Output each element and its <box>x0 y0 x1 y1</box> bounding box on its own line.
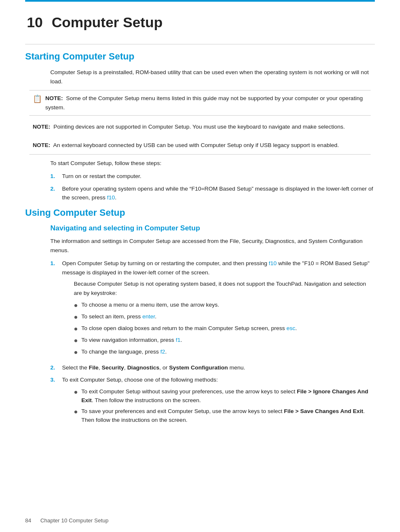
s2-step1-content: Open Computer Setup by turning on or res… <box>62 259 375 359</box>
esc-link[interactable]: esc <box>286 325 295 331</box>
exit-bullets: ● To exit Computer Setup without saving … <box>74 387 375 425</box>
step2-content: Before your operating system opens and w… <box>62 184 375 202</box>
note1-inner: NOTE: Some of the Computer Setup menu it… <box>45 94 367 112</box>
s2-step3-num: 3. <box>50 375 62 385</box>
exit-bullet-dot-2: ● <box>74 407 81 417</box>
note2-inner: NOTE: Pointing devices are not supported… <box>33 122 345 132</box>
bullet-dot-5: ● <box>74 347 81 357</box>
section1-steps-list: 1. Turn on or restart the computer. 2. B… <box>50 172 375 202</box>
chapter-title-text: Computer Setup <box>52 14 162 30</box>
s2-step3: 3. To exit Computer Setup, choose one of… <box>50 375 375 427</box>
page-footer: 84 Chapter 10 Computer Setup <box>25 517 109 524</box>
bullet-enter: ● To select an item, press enter. <box>74 312 375 322</box>
note3-label: NOTE: <box>33 142 50 148</box>
note1-text: NOTE: Some of the Computer Setup menu it… <box>45 94 367 112</box>
s2-step2-content: Select the File, Security, Diagnostics, … <box>62 363 375 372</box>
chapter-title: 10 Computer Setup <box>25 14 375 31</box>
nested-bullets: ● To choose a menu or a menu item, use t… <box>74 300 375 357</box>
step2-num: 2. <box>50 184 62 194</box>
bullet-2-text: To select an item, press enter. <box>81 312 375 321</box>
ignore-changes-bold: File > Ignore Changes And Exit <box>81 388 368 404</box>
top-border <box>25 0 375 2</box>
step1: 1. Turn on or restart the computer. <box>50 172 375 181</box>
note1-icon: 📋 <box>33 94 42 103</box>
s2-step1: 1. Open Computer Setup by turning on or … <box>50 259 375 359</box>
system-config-bold: System Configuration <box>169 364 228 371</box>
bullet-5-text: To change the language, press f2. <box>81 347 375 356</box>
section1-divider <box>25 44 375 44</box>
bullet-3-text: To close open dialog boxes and return to… <box>81 324 375 333</box>
subsection-body1: The information and settings in Computer… <box>50 237 371 255</box>
s2-step3-content: To exit Computer Setup, choose one of th… <box>62 375 375 427</box>
footer-page-number: 84 <box>25 517 31 524</box>
enter-link[interactable]: enter <box>143 313 155 320</box>
bullet-4-text: To view navigation information, press f1… <box>81 336 375 345</box>
bullet-dot-4: ● <box>74 336 81 346</box>
page-container: 10 Computer Setup Starting Computer Setu… <box>0 0 400 532</box>
exit-bullet-2: ● To save your preferences and exit Comp… <box>74 407 375 425</box>
bullet-esc: ● To close open dialog boxes and return … <box>74 324 375 334</box>
save-changes-bold: File > Save Changes And Exit <box>284 408 363 414</box>
f1-link[interactable]: f1 <box>176 337 180 343</box>
file-bold: File <box>89 364 99 371</box>
note3-text: NOTE: An external keyboard connected by … <box>33 142 339 148</box>
exit-bullet-dot-1: ● <box>74 387 81 397</box>
nested-text: Because Computer Setup is not operating … <box>74 279 375 297</box>
s2-step2-num: 2. <box>50 363 62 372</box>
diagnostics-bold: Diagnostics <box>127 364 159 371</box>
step1-num: 1. <box>50 172 62 181</box>
bullet-f2: ● To change the language, press f2. <box>74 347 375 357</box>
footer-text: Chapter 10 Computer Setup <box>40 517 109 524</box>
note2-block: NOTE: Pointing devices are not supported… <box>29 120 371 134</box>
s2-step1-nested: Because Computer Setup is not operating … <box>74 279 375 357</box>
bullet-f1: ● To view navigation information, press … <box>74 336 375 346</box>
steps-intro: To start Computer Setup, follow these st… <box>50 159 375 168</box>
note2-text: NOTE: Pointing devices are not supported… <box>33 124 345 130</box>
chapter-number: 10 <box>27 14 43 30</box>
f10-link-1[interactable]: f10 <box>107 194 115 201</box>
exit-bullet-1: ● To exit Computer Setup without saving … <box>74 387 375 405</box>
s2-step3-nested: ● To exit Computer Setup without saving … <box>74 387 375 425</box>
bullet-dot-3: ● <box>74 324 81 334</box>
bullet-dot-1: ● <box>74 300 81 310</box>
bullet-dot-2: ● <box>74 312 81 322</box>
bullet-1-text: To choose a menu or a menu item, use the… <box>81 300 375 310</box>
f10-link-2[interactable]: f10 <box>269 260 277 266</box>
s2-step1-num: 1. <box>50 259 62 268</box>
subsection-title: Navigating and selecting in Computer Set… <box>50 224 375 232</box>
section2-title: Using Computer Setup <box>25 207 375 218</box>
step2: 2. Before your operating system opens an… <box>50 184 375 202</box>
s2-step2: 2. Select the File, Security, Diagnostic… <box>50 363 375 372</box>
note1-block: 📋 NOTE: Some of the Computer Setup menu … <box>29 90 371 116</box>
step1-content: Turn on or restart the computer. <box>62 172 375 181</box>
note1-label: NOTE: <box>45 95 63 101</box>
f2-link[interactable]: f2 <box>160 349 165 355</box>
note3-block: NOTE: An external keyboard connected by … <box>29 138 371 155</box>
security-bold: Security <box>102 364 124 371</box>
section1-title: Starting Computer Setup <box>25 51 375 62</box>
bullet-arrow-keys: ● To choose a menu or a menu item, use t… <box>74 300 375 310</box>
section2-steps-list: 1. Open Computer Setup by turning on or … <box>50 259 375 427</box>
exit-bullet-2-text: To save your preferences and exit Comput… <box>81 407 375 425</box>
exit-bullet-1-text: To exit Computer Setup without saving yo… <box>81 387 375 405</box>
note2-label: NOTE: <box>33 124 50 130</box>
note3-inner: NOTE: An external keyboard connected by … <box>33 141 339 150</box>
section1-body1: Computer Setup is a preinstalled, ROM-ba… <box>50 68 371 86</box>
